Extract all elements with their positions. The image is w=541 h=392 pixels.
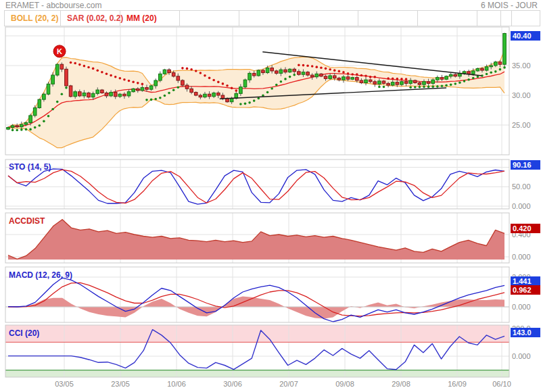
- sto-value-badge: 90.16: [511, 160, 540, 170]
- timeframe-label: 6 MOIS - JOUR: [481, 1, 538, 10]
- y-tick-label: 35.00: [512, 62, 531, 70]
- y-tick-label: 25.00: [512, 121, 531, 129]
- legend-empty-cell: [512, 11, 540, 26]
- legend-empty-cell: [180, 11, 239, 26]
- legend-sar: SAR (0.02, 0.2): [61, 11, 120, 26]
- x-tick-label: 29/08: [386, 380, 416, 388]
- y-tick-label: 0.000: [512, 352, 531, 360]
- instrument-title: ERAMET - abcbourse.com: [5, 1, 102, 10]
- stochastic-panel: [5, 160, 509, 209]
- chart-canvas: K: [0, 0, 541, 392]
- legend-empty-cell: [418, 11, 477, 26]
- accdist-value-badge: 0.420: [511, 224, 540, 233]
- accdist-panel: [5, 213, 509, 263]
- y-tick-label: 50.00: [512, 182, 531, 191]
- sar-flip-marker: K: [53, 45, 66, 57]
- last-price-badge: 40.40: [511, 31, 540, 41]
- x-tick-label: 09/08: [330, 380, 360, 388]
- x-tick-label: 23/05: [105, 380, 135, 388]
- svg-text:K: K: [57, 47, 62, 55]
- x-tick-label: 30/06: [218, 380, 248, 388]
- x-tick-label: 03/05: [49, 380, 79, 388]
- legend-empty-cell: [239, 11, 299, 26]
- legend-boll: BOLL (20, 2): [5, 11, 61, 26]
- macd-signal-badge: 0.962: [511, 285, 540, 295]
- indicator-legend-row: BOLL (20, 2) SAR (0.02, 0.2) MM (20): [4, 10, 540, 26]
- y-tick-label: 0.000: [512, 253, 531, 261]
- main-price-panel: K: [5, 27, 509, 155]
- stock-chart-page: K ERAMET - abcbourse.com 6 MOIS - JOUR B…: [0, 0, 541, 392]
- x-tick-label: 16/09: [442, 380, 472, 388]
- x-tick-label: 20/07: [274, 380, 304, 388]
- cci-panel: [5, 325, 509, 377]
- legend-mm: MM (20): [120, 11, 180, 26]
- legend-empty-cell: [299, 11, 358, 26]
- macd-label: MACD (12, 26, 9): [9, 270, 72, 280]
- x-tick-label: 10/06: [162, 380, 191, 388]
- cci-label: CCI (20): [9, 328, 39, 338]
- legend-empty-cell: [358, 11, 418, 26]
- y-tick-label: 0.000: [512, 202, 531, 210]
- macd-panel: [5, 267, 509, 322]
- legend-empty-cell: [501, 11, 512, 26]
- legend-empty-cell: [477, 11, 501, 26]
- cci-value-badge: 143.0: [511, 328, 540, 337]
- sto-label: STO (14, 5): [9, 162, 51, 172]
- accdist-label: ACCDIST: [9, 216, 45, 226]
- macd-value-badge: 1.441: [511, 276, 540, 286]
- y-tick-label: 30.00: [512, 91, 531, 99]
- x-tick-label: 06/10: [487, 380, 517, 388]
- y-tick-label: 0.000: [512, 303, 531, 311]
